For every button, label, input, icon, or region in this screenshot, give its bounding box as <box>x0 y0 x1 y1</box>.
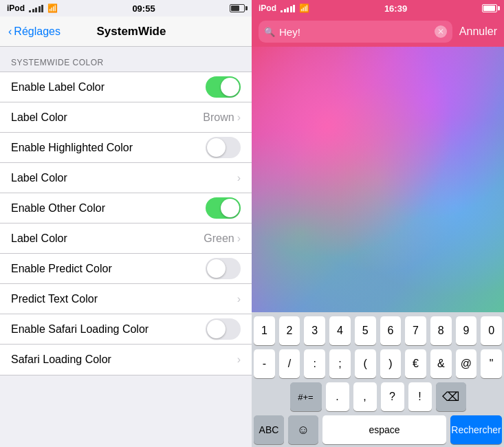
row-predict-text-color[interactable]: Predict Text Color › <box>0 284 252 314</box>
key-rparen[interactable]: ) <box>380 349 402 378</box>
label-enable-other-color: Enable Other Color <box>11 202 206 215</box>
key-euro[interactable]: € <box>405 349 426 378</box>
key-at[interactable]: @ <box>456 349 477 378</box>
row-safari-loading-color[interactable]: Safari Loading Color › <box>0 345 252 375</box>
label-enable-highlighted-color: Enable Highlighted Color <box>11 142 206 154</box>
chevron-icon-1: › <box>237 111 241 124</box>
right-icons-left <box>230 4 245 12</box>
toggle-thumb-6 <box>207 259 226 278</box>
signal-bars-right <box>281 4 295 12</box>
search-bar-row: 🔍 Hey! ✕ Annuler <box>252 17 504 47</box>
key-6[interactable]: 6 <box>380 316 402 345</box>
toggle-enable-predict-color[interactable] <box>206 258 241 279</box>
key-search[interactable]: Rechercher <box>450 415 502 444</box>
chevron-icon-9: › <box>237 353 241 366</box>
search-input-text[interactable]: Hey! <box>279 26 430 38</box>
row-enable-other-color[interactable]: Enable Other Color <box>0 193 252 224</box>
label-enable-label-color: Enable Label Color <box>11 81 206 94</box>
key-space[interactable]: espace <box>322 415 446 444</box>
key-symbols[interactable]: #+= <box>290 382 322 411</box>
signal-bars-left <box>29 4 43 12</box>
key-exclamation[interactable]: ! <box>408 382 432 411</box>
keyboard-row-symbols: - / : ; ( ) € & @ " <box>254 349 502 378</box>
key-9[interactable]: 9 <box>456 316 477 345</box>
value-brown: Brown <box>203 111 234 124</box>
key-4[interactable]: 4 <box>329 316 351 345</box>
key-emoji[interactable]: ☺ <box>288 415 318 444</box>
chevron-icon-5: › <box>237 232 241 245</box>
device-name-right: iPod <box>259 3 276 13</box>
row-label-color-brown[interactable]: Label Color Brown › <box>0 102 252 133</box>
row-label-color-green[interactable]: Label Color Green › <box>0 224 252 254</box>
label-label-color-3: Label Color <box>11 172 237 184</box>
row-enable-predict-color[interactable]: Enable Predict Color <box>0 254 252 284</box>
key-3[interactable]: 3 <box>304 316 325 345</box>
toggle-thumb-0 <box>221 78 239 96</box>
toggle-enable-safari-loading-color[interactable] <box>206 318 241 340</box>
color-picker-gradient[interactable] <box>252 47 504 312</box>
toggle-enable-highlighted-color[interactable] <box>206 137 241 158</box>
label-enable-predict-color: Enable Predict Color <box>11 263 206 275</box>
label-safari-loading-color: Safari Loading Color <box>11 353 237 366</box>
delete-key[interactable]: ⌫ <box>436 382 466 411</box>
section-header: SYSTEMWIDE COLOR <box>0 47 252 72</box>
key-7[interactable]: 7 <box>405 316 426 345</box>
search-icon-right: 🔍 <box>264 27 275 37</box>
cancel-search-button[interactable]: Annuler <box>459 25 497 38</box>
time-left: 09:55 <box>58 3 230 14</box>
key-dash[interactable]: - <box>254 349 275 378</box>
label-label-color-5: Label Color <box>11 232 204 245</box>
status-bar-right: iPod 📶 16:39 <box>252 0 504 17</box>
toggle-thumb-2 <box>207 138 226 157</box>
key-comma[interactable]: , <box>353 382 377 411</box>
toggle-enable-other-color[interactable] <box>206 197 241 219</box>
label-enable-safari-loading-color: Enable Safari Loading Color <box>11 323 206 336</box>
device-info-right: iPod 📶 <box>259 3 309 13</box>
wifi-icon-left: 📶 <box>47 3 58 13</box>
key-slash[interactable]: / <box>279 349 300 378</box>
right-panel: iPod 📶 16:39 🔍 Hey! ✕ Annuler <box>252 0 504 447</box>
device-name-left: iPod <box>7 3 25 13</box>
wifi-icon-right: 📶 <box>299 3 309 13</box>
key-abc[interactable]: ABC <box>254 415 284 444</box>
row-enable-highlighted-color[interactable]: Enable Highlighted Color <box>0 133 252 163</box>
key-lparen[interactable]: ( <box>355 349 376 378</box>
time-right: 16:39 <box>309 3 482 14</box>
key-semicolon[interactable]: ; <box>329 349 351 378</box>
key-1[interactable]: 1 <box>254 316 275 345</box>
device-info-left: iPod 📶 <box>7 3 58 13</box>
key-0[interactable]: 0 <box>481 316 502 345</box>
label-predict-text-color: Predict Text Color <box>11 293 237 305</box>
settings-list: Enable Label Color Label Color Brown › E… <box>0 72 252 375</box>
keyboard-row-numbers: 1 2 3 4 5 6 7 8 9 0 <box>254 316 502 345</box>
key-quote[interactable]: " <box>481 349 502 378</box>
keyboard-row-3: #+= . , ? ! ⌫ <box>254 382 502 411</box>
chevron-icon-7: › <box>237 293 241 305</box>
battery-icon-right <box>482 4 497 12</box>
key-2[interactable]: 2 <box>279 316 300 345</box>
keyboard-row-bottom: ABC ☺ espace Rechercher <box>254 415 502 444</box>
row-enable-label-color[interactable]: Enable Label Color <box>0 72 252 102</box>
row-label-color-3[interactable]: Label Color › <box>0 163 252 193</box>
key-question[interactable]: ? <box>381 382 404 411</box>
toggle-thumb-8 <box>207 320 226 338</box>
battery-icon-left <box>230 4 245 12</box>
key-8[interactable]: 8 <box>430 316 452 345</box>
key-amp[interactable]: & <box>430 349 452 378</box>
left-panel: iPod 📶 09:55 ‹ Réglages SystemWide SYSTE… <box>0 0 252 447</box>
status-bar-left: iPod 📶 09:55 <box>0 0 252 17</box>
nav-bar-left: ‹ Réglages SystemWide <box>0 17 252 47</box>
chevron-left-icon: ‹ <box>8 25 12 38</box>
chevron-icon-3: › <box>237 172 241 184</box>
row-enable-safari-loading-color[interactable]: Enable Safari Loading Color <box>0 314 252 345</box>
search-input-container[interactable]: 🔍 Hey! ✕ <box>259 21 452 43</box>
toggle-thumb-4 <box>221 199 239 217</box>
toggle-enable-label-color[interactable] <box>206 76 241 98</box>
key-period[interactable]: . <box>326 382 349 411</box>
key-5[interactable]: 5 <box>355 316 376 345</box>
label-label-color-1: Label Color <box>11 111 203 124</box>
nav-title-left: SystemWide <box>19 25 243 39</box>
right-icons-right <box>482 4 497 12</box>
key-colon[interactable]: : <box>304 349 325 378</box>
clear-search-button[interactable]: ✕ <box>435 25 447 38</box>
